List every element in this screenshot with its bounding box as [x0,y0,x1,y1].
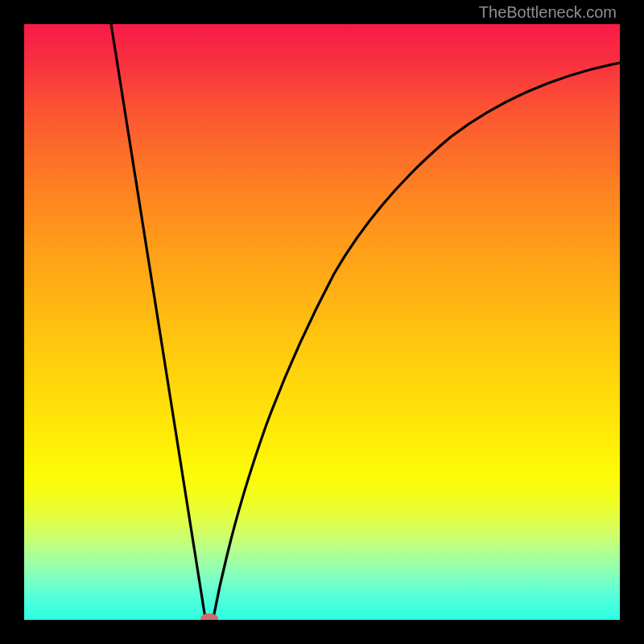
chart-container: TheBottleneck.com [0,0,644,644]
plot-area [24,24,620,620]
curve-right-branch [213,63,620,618]
curve-left-branch [111,24,205,618]
chart-curve [24,24,620,620]
watermark-text: TheBottleneck.com [479,3,617,22]
cusp-marker [200,613,218,620]
